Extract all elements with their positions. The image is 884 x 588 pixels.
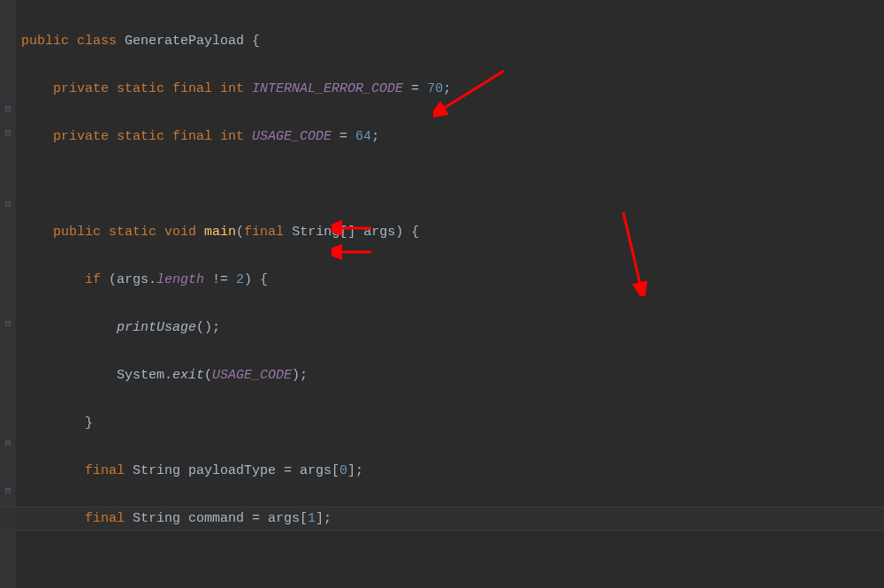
code-line: public static void main(final String[] a… xyxy=(21,220,777,244)
fold-marker-icon[interactable]: ⊟ xyxy=(4,129,12,138)
code-line: private static final int INTERNAL_ERROR_… xyxy=(21,77,777,101)
code-line: if (args.length != 2) { xyxy=(21,268,777,292)
code-line: System.exit(USAGE_CODE); xyxy=(21,363,777,387)
code-line: final String command = args[1]; xyxy=(21,507,777,531)
code-line: public class GeneratePayload { xyxy=(21,29,777,53)
editor-gutter: ⊟ ⊟ ⊟ ⊟ ⊟ ⊟ xyxy=(0,0,16,588)
code-line: printUsage(); xyxy=(21,316,777,340)
code-editor-content[interactable]: public class GeneratePayload { private s… xyxy=(21,5,777,588)
fold-marker-icon[interactable]: ⊟ xyxy=(4,439,12,448)
code-line: private static final int USAGE_CODE = 64… xyxy=(21,125,777,149)
code-line: final String payloadType = args[0]; xyxy=(21,459,777,483)
fold-marker-icon[interactable]: ⊟ xyxy=(4,105,12,114)
blank-line xyxy=(21,554,777,578)
fold-marker-icon[interactable]: ⊟ xyxy=(4,320,12,329)
fold-marker-icon[interactable]: ⊟ xyxy=(4,201,12,210)
blank-line xyxy=(21,172,777,196)
fold-marker-icon[interactable]: ⊟ xyxy=(4,487,12,496)
code-line: } xyxy=(21,411,777,435)
